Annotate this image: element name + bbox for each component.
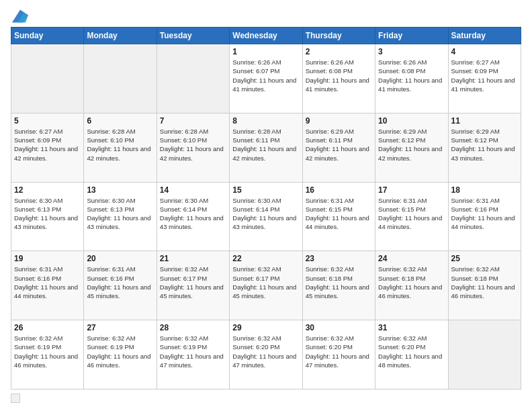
day-info: Sunrise: 6:29 AM Sunset: 6:12 PM Dayligh… [451, 127, 518, 163]
day-cell: 29Sunrise: 6:32 AM Sunset: 6:20 PM Dayli… [230, 320, 302, 390]
header-cell-wednesday: Wednesday [230, 28, 302, 44]
day-info: Sunrise: 6:32 AM Sunset: 6:18 PM Dayligh… [451, 265, 518, 300]
day-info: Sunrise: 6:32 AM Sunset: 6:20 PM Dayligh… [306, 334, 372, 369]
day-cell: 18Sunrise: 6:31 AM Sunset: 6:16 PM Dayli… [448, 182, 521, 251]
day-cell: 10Sunrise: 6:29 AM Sunset: 6:12 PM Dayli… [375, 113, 448, 182]
day-cell: 24Sunrise: 6:32 AM Sunset: 6:18 PM Dayli… [375, 251, 448, 320]
day-number: 5 [14, 116, 81, 126]
header-cell-friday: Friday [375, 28, 448, 44]
day-cell: 21Sunrise: 6:32 AM Sunset: 6:17 PM Dayli… [157, 251, 229, 320]
day-number: 18 [451, 185, 518, 195]
header-cell-sunday: Sunday [11, 28, 84, 44]
day-number: 28 [160, 323, 226, 332]
day-cell: 13Sunrise: 6:30 AM Sunset: 6:13 PM Dayli… [84, 182, 157, 251]
day-info: Sunrise: 6:28 AM Sunset: 6:11 PM Dayligh… [232, 127, 299, 163]
header-cell-monday: Monday [84, 28, 157, 44]
week-row-3: 12Sunrise: 6:30 AM Sunset: 6:13 PM Dayli… [11, 182, 521, 251]
day-number: 14 [160, 185, 226, 195]
day-info: Sunrise: 6:28 AM Sunset: 6:10 PM Dayligh… [160, 127, 226, 163]
day-cell: 17Sunrise: 6:31 AM Sunset: 6:15 PM Dayli… [375, 182, 448, 251]
week-row-2: 5Sunrise: 6:27 AM Sunset: 6:09 PM Daylig… [11, 113, 521, 182]
day-number: 10 [378, 116, 445, 126]
calendar-body: 1Sunrise: 6:26 AM Sunset: 6:07 PM Daylig… [11, 44, 521, 390]
day-info: Sunrise: 6:30 AM Sunset: 6:14 PM Dayligh… [160, 196, 226, 232]
day-number: 23 [306, 254, 372, 263]
day-cell: 12Sunrise: 6:30 AM Sunset: 6:13 PM Dayli… [11, 182, 84, 251]
day-number: 25 [451, 254, 518, 263]
day-number: 30 [306, 323, 372, 332]
day-number: 7 [160, 116, 226, 126]
day-info: Sunrise: 6:27 AM Sunset: 6:09 PM Dayligh… [14, 127, 81, 163]
day-info: Sunrise: 6:30 AM Sunset: 6:13 PM Dayligh… [14, 196, 81, 232]
day-info: Sunrise: 6:26 AM Sunset: 6:08 PM Dayligh… [306, 58, 372, 93]
day-cell: 28Sunrise: 6:32 AM Sunset: 6:19 PM Dayli… [157, 320, 229, 390]
day-cell [11, 44, 84, 113]
day-cell: 1Sunrise: 6:26 AM Sunset: 6:07 PM Daylig… [230, 44, 302, 113]
day-cell: 6Sunrise: 6:28 AM Sunset: 6:10 PM Daylig… [84, 113, 157, 182]
week-row-4: 19Sunrise: 6:31 AM Sunset: 6:16 PM Dayli… [11, 251, 521, 320]
day-number: 16 [306, 185, 372, 195]
logo [11, 8, 28, 21]
day-number: 22 [232, 254, 299, 263]
day-info: Sunrise: 6:32 AM Sunset: 6:20 PM Dayligh… [232, 334, 299, 369]
day-number: 31 [378, 323, 445, 332]
logo-icon [12, 8, 28, 24]
day-cell [157, 44, 229, 113]
day-info: Sunrise: 6:32 AM Sunset: 6:19 PM Dayligh… [87, 334, 153, 369]
header [11, 8, 521, 21]
day-number: 11 [451, 116, 518, 126]
day-cell: 4Sunrise: 6:27 AM Sunset: 6:09 PM Daylig… [448, 44, 521, 113]
day-number: 29 [232, 323, 299, 332]
day-info: Sunrise: 6:26 AM Sunset: 6:07 PM Dayligh… [232, 58, 299, 93]
day-cell: 14Sunrise: 6:30 AM Sunset: 6:14 PM Dayli… [157, 182, 229, 251]
day-cell: 31Sunrise: 6:32 AM Sunset: 6:20 PM Dayli… [375, 320, 448, 390]
day-info: Sunrise: 6:31 AM Sunset: 6:16 PM Dayligh… [14, 265, 81, 300]
day-info: Sunrise: 6:32 AM Sunset: 6:18 PM Dayligh… [306, 265, 372, 300]
day-info: Sunrise: 6:31 AM Sunset: 6:15 PM Dayligh… [378, 196, 445, 232]
day-info: Sunrise: 6:32 AM Sunset: 6:19 PM Dayligh… [160, 334, 226, 369]
header-cell-tuesday: Tuesday [157, 28, 229, 44]
day-number: 20 [87, 254, 153, 263]
page: SundayMondayTuesdayWednesdayThursdayFrid… [0, 0, 532, 411]
day-number: 12 [14, 185, 81, 195]
day-info: Sunrise: 6:27 AM Sunset: 6:09 PM Dayligh… [451, 58, 518, 93]
day-cell: 19Sunrise: 6:31 AM Sunset: 6:16 PM Dayli… [11, 251, 84, 320]
day-info: Sunrise: 6:32 AM Sunset: 6:17 PM Dayligh… [232, 265, 299, 300]
day-cell: 5Sunrise: 6:27 AM Sunset: 6:09 PM Daylig… [11, 113, 84, 182]
day-info: Sunrise: 6:30 AM Sunset: 6:14 PM Dayligh… [232, 196, 299, 232]
day-cell [448, 320, 521, 390]
day-cell: 16Sunrise: 6:31 AM Sunset: 6:15 PM Dayli… [302, 182, 375, 251]
day-cell: 25Sunrise: 6:32 AM Sunset: 6:18 PM Dayli… [448, 251, 521, 320]
day-cell: 2Sunrise: 6:26 AM Sunset: 6:08 PM Daylig… [302, 44, 375, 113]
day-cell: 9Sunrise: 6:29 AM Sunset: 6:11 PM Daylig… [302, 113, 375, 182]
day-cell: 23Sunrise: 6:32 AM Sunset: 6:18 PM Dayli… [302, 251, 375, 320]
day-cell: 8Sunrise: 6:28 AM Sunset: 6:11 PM Daylig… [230, 113, 302, 182]
week-row-5: 26Sunrise: 6:32 AM Sunset: 6:19 PM Dayli… [11, 320, 521, 390]
day-cell: 20Sunrise: 6:31 AM Sunset: 6:16 PM Dayli… [84, 251, 157, 320]
day-info: Sunrise: 6:30 AM Sunset: 6:13 PM Dayligh… [87, 196, 153, 232]
day-number: 13 [87, 185, 153, 195]
day-number: 15 [232, 185, 299, 195]
day-info: Sunrise: 6:29 AM Sunset: 6:12 PM Dayligh… [378, 127, 445, 163]
week-row-1: 1Sunrise: 6:26 AM Sunset: 6:07 PM Daylig… [11, 44, 521, 113]
day-info: Sunrise: 6:31 AM Sunset: 6:15 PM Dayligh… [306, 196, 372, 232]
day-info: Sunrise: 6:31 AM Sunset: 6:16 PM Dayligh… [451, 196, 518, 232]
day-number: 1 [232, 47, 299, 56]
day-number: 3 [378, 47, 445, 56]
day-cell: 11Sunrise: 6:29 AM Sunset: 6:12 PM Dayli… [448, 113, 521, 182]
day-cell [84, 44, 157, 113]
calendar-header: SundayMondayTuesdayWednesdayThursdayFrid… [11, 28, 521, 44]
day-cell: 15Sunrise: 6:30 AM Sunset: 6:14 PM Dayli… [230, 182, 302, 251]
day-info: Sunrise: 6:32 AM Sunset: 6:17 PM Dayligh… [160, 265, 226, 300]
day-number: 19 [14, 254, 81, 263]
day-number: 21 [160, 254, 226, 263]
day-number: 6 [87, 116, 153, 126]
day-cell: 26Sunrise: 6:32 AM Sunset: 6:19 PM Dayli… [11, 320, 84, 390]
header-cell-thursday: Thursday [302, 28, 375, 44]
day-number: 8 [232, 116, 299, 126]
day-cell: 3Sunrise: 6:26 AM Sunset: 6:08 PM Daylig… [375, 44, 448, 113]
header-row: SundayMondayTuesdayWednesdayThursdayFrid… [11, 28, 521, 44]
day-cell: 22Sunrise: 6:32 AM Sunset: 6:17 PM Dayli… [230, 251, 302, 320]
day-info: Sunrise: 6:32 AM Sunset: 6:19 PM Dayligh… [14, 334, 81, 369]
day-number: 17 [378, 185, 445, 195]
